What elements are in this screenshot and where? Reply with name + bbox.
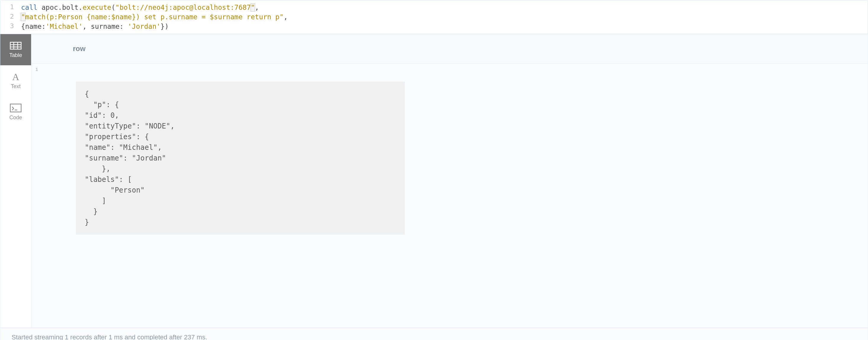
line-number: 1 [0,3,21,12]
svg-rect-6 [10,104,21,112]
tab-table[interactable]: Table [0,34,31,65]
code-content: {name:'Michael', surname: 'Jordan'}) [21,22,868,31]
line-number: 2 [0,12,21,22]
code-line-2[interactable]: 2 "match(p:Person {name:$name}) set p.su… [0,12,868,22]
status-bar: Started streaming 1 records after 1 ms a… [0,328,868,340]
text-icon: A [10,72,22,82]
tab-text[interactable]: A Text [0,65,31,96]
view-mode-tabs: Table A Text Code [0,34,31,328]
code-content: call apoc.bolt.execute("bolt://neo4j:apo… [21,3,868,12]
line-number: 3 [0,22,21,31]
tab-label: Text [11,83,21,90]
table-icon [10,41,22,51]
tab-label: Table [9,52,22,58]
svg-text:A: A [12,72,19,82]
cypher-editor[interactable]: 1 call apoc.bolt.execute("bolt://neo4j:a… [0,0,868,34]
results-header: row [31,34,868,64]
code-line-3[interactable]: 3 {name:'Michael', surname: 'Jordan'}) [0,22,868,31]
code-icon [10,103,22,113]
row-number: 1 [36,67,38,72]
result-row: 1 { "p": { "id": 0, "entityType": "NODE"… [31,64,868,328]
column-header-row: row [73,45,86,53]
tab-code[interactable]: Code [0,96,31,128]
results-body: row 1 { "p": { "id": 0, "entityType": "N… [31,34,868,328]
svg-rect-0 [10,42,21,49]
code-line-1[interactable]: 1 call apoc.bolt.execute("bolt://neo4j:a… [0,3,868,12]
status-text: Started streaming 1 records after 1 ms a… [11,334,207,340]
tab-label: Code [9,115,22,121]
results-pane: Table A Text Code row 1 { "p": { "id": 0… [0,34,868,328]
code-content: "match(p:Person {name:$name}) set p.surn… [21,12,868,22]
result-json[interactable]: { "p": { "id": 0, "entityType": "NODE", … [76,82,405,235]
